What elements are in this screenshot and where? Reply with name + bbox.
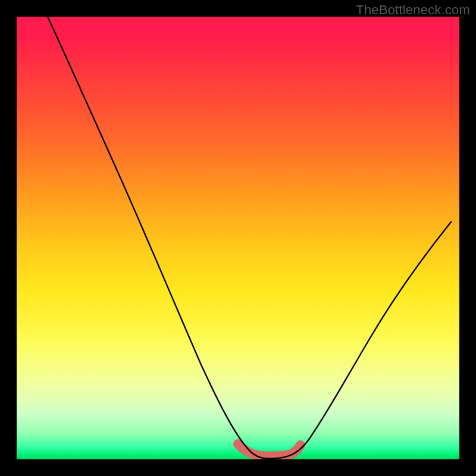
watermark-text: TheBottleneck.com xyxy=(356,2,470,18)
plot-area xyxy=(17,17,459,459)
bottleneck-curve xyxy=(48,17,451,459)
chart-frame: TheBottleneck.com xyxy=(0,0,476,476)
chart-svg xyxy=(17,17,459,459)
